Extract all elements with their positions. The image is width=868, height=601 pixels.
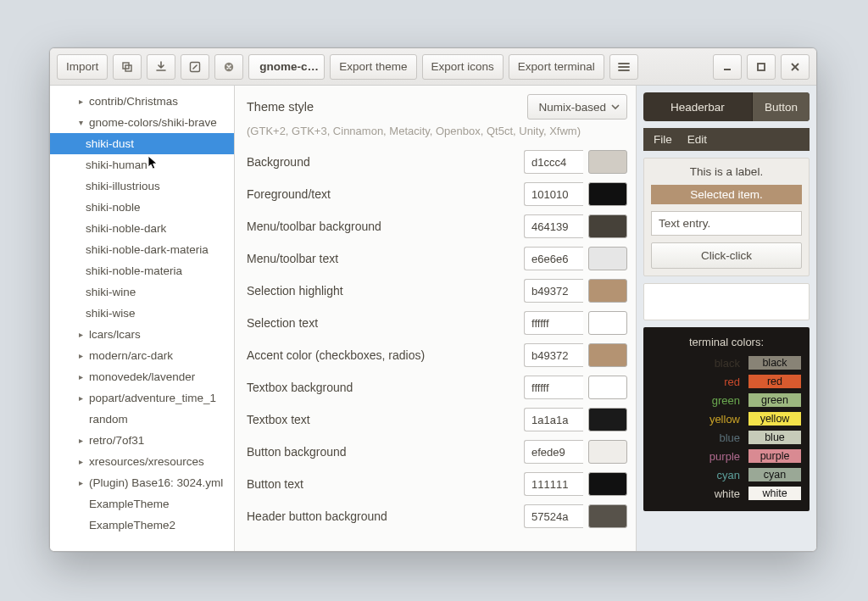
theme-properties-panel: Theme style Numix-based (GTK+2, GTK+3, C… bbox=[235, 86, 637, 551]
tree-item[interactable]: ExampleTheme bbox=[50, 493, 234, 515]
tree-item[interactable]: shiki-noble-materia bbox=[50, 260, 234, 281]
preview-headerbar-button[interactable]: Button bbox=[752, 92, 810, 121]
window-close-button[interactable] bbox=[781, 54, 810, 80]
color-hex-input[interactable] bbox=[524, 214, 583, 238]
preview-headerbar: Headerbar Button bbox=[643, 92, 810, 121]
preview-terminal-title: terminal colors: bbox=[652, 336, 801, 348]
color-property-row: Button background bbox=[247, 436, 627, 468]
tree-item[interactable]: shiki-wine bbox=[50, 281, 234, 303]
terminal-color-row: blackblack bbox=[652, 353, 801, 372]
preset-tree[interactable]: ▸contrib/Christmas▾gnome-colors/shiki-br… bbox=[50, 86, 235, 551]
tree-item-label: random bbox=[89, 413, 128, 426]
color-hex-input[interactable] bbox=[524, 408, 583, 431]
tree-item[interactable]: ExampleTheme2 bbox=[50, 515, 234, 536]
theme-style-select[interactable]: Numix-based bbox=[527, 94, 627, 120]
theme-style-title: Theme style bbox=[247, 100, 314, 114]
color-swatch-button[interactable] bbox=[588, 214, 627, 238]
tree-item[interactable]: shiki-illustrious bbox=[50, 175, 234, 197]
tree-item[interactable]: shiki-wise bbox=[50, 303, 234, 324]
terminal-color-name: green bbox=[689, 394, 740, 407]
color-hex-input[interactable] bbox=[524, 311, 583, 335]
tree-item[interactable]: random bbox=[50, 409, 234, 430]
color-hex-input[interactable] bbox=[524, 504, 583, 528]
color-swatch-button[interactable] bbox=[588, 150, 627, 174]
color-swatch-button[interactable] bbox=[588, 311, 627, 335]
preview-menu-file[interactable]: File bbox=[654, 133, 672, 146]
color-swatch-button[interactable] bbox=[588, 343, 627, 367]
tree-item[interactable]: ▸retro/7of31 bbox=[50, 430, 234, 451]
caret-right-icon: ▸ bbox=[75, 330, 86, 339]
color-hex-input[interactable] bbox=[524, 440, 583, 464]
tree-item[interactable]: shiki-noble bbox=[50, 197, 234, 218]
window-maximize-button[interactable] bbox=[747, 54, 776, 80]
tree-item[interactable]: ▸xresources/xresources bbox=[50, 451, 234, 472]
tree-item[interactable]: ▸popart/adventure_time_1 bbox=[50, 387, 234, 409]
color-swatch-button[interactable] bbox=[588, 504, 627, 528]
color-hex-input[interactable] bbox=[524, 182, 583, 206]
terminal-color-row: redred bbox=[652, 372, 801, 391]
current-preset-tab[interactable]: gnome-c… bbox=[248, 54, 325, 80]
preview-panel: Headerbar Button File Edit This is a lab… bbox=[637, 86, 816, 551]
tree-item[interactable]: shiki-noble-dark-materia bbox=[50, 239, 234, 260]
export-terminal-button[interactable]: Export terminal bbox=[509, 54, 604, 80]
color-swatch-button[interactable] bbox=[588, 247, 627, 270]
color-hex-input[interactable] bbox=[524, 247, 583, 270]
export-icons-button[interactable]: Export icons bbox=[422, 54, 504, 80]
window-minimize-button[interactable] bbox=[713, 54, 742, 80]
import-button[interactable]: Import bbox=[57, 54, 108, 80]
tree-item-label: contrib/Christmas bbox=[89, 95, 178, 108]
tree-item[interactable]: ▸contrib/Christmas bbox=[50, 91, 234, 112]
tree-item-label: shiki-wise bbox=[86, 307, 136, 320]
color-swatch-button[interactable] bbox=[588, 279, 627, 303]
minimize-icon bbox=[722, 62, 732, 72]
color-swatch-button[interactable] bbox=[588, 376, 627, 399]
tree-item[interactable]: ▸(Plugin) Base16: 3024.yml bbox=[50, 472, 234, 493]
color-hex-input[interactable] bbox=[524, 279, 583, 303]
color-property-row: Accent color (checkboxes, radios) bbox=[247, 339, 627, 371]
color-swatch-button[interactable] bbox=[588, 182, 627, 206]
preview-selected-item: Selected item. bbox=[651, 185, 802, 204]
tree-item[interactable]: ▸monovedek/lavender bbox=[50, 366, 234, 387]
color-hex-input[interactable] bbox=[524, 472, 583, 496]
svg-rect-4 bbox=[758, 64, 765, 70]
tree-item-label: shiki-noble-dark bbox=[86, 222, 166, 235]
tree-item[interactable]: ▸lcars/lcars bbox=[50, 324, 234, 345]
preview-menu-edit[interactable]: Edit bbox=[687, 133, 707, 146]
save-icon-button[interactable] bbox=[147, 54, 175, 80]
color-hex-input[interactable] bbox=[524, 150, 583, 174]
maximize-icon bbox=[756, 62, 766, 72]
terminal-color-chip: purple bbox=[748, 449, 801, 463]
edit-icon-button[interactable] bbox=[181, 54, 209, 80]
tree-item[interactable]: shiki-noble-dark bbox=[50, 218, 234, 239]
color-hex-input[interactable] bbox=[524, 343, 583, 367]
color-hex-input[interactable] bbox=[524, 376, 583, 399]
color-property-label: Button text bbox=[247, 477, 524, 491]
tree-item[interactable]: ▾gnome-colors/shiki-brave bbox=[50, 112, 234, 133]
tree-item[interactable]: shiki-human bbox=[50, 154, 234, 175]
color-swatch-button[interactable] bbox=[588, 472, 627, 496]
export-theme-button[interactable]: Export theme bbox=[330, 54, 416, 80]
hamburger-menu-button[interactable] bbox=[609, 54, 638, 80]
tree-item[interactable]: ▸modern/arc-dark bbox=[50, 345, 234, 366]
delete-icon-button[interactable] bbox=[214, 54, 243, 80]
preview-button[interactable]: Click-click bbox=[651, 242, 802, 269]
terminal-color-row: cyancyan bbox=[652, 465, 801, 484]
color-property-label: Accent color (checkboxes, radios) bbox=[247, 348, 524, 362]
color-swatch-button[interactable] bbox=[588, 440, 627, 464]
preview-menubar: File Edit bbox=[643, 128, 810, 151]
caret-right-icon: ▸ bbox=[75, 436, 86, 445]
caret-down-icon: ▾ bbox=[75, 118, 86, 127]
tree-item-label: shiki-human bbox=[86, 159, 147, 171]
terminal-color-chip: blue bbox=[748, 431, 801, 444]
tree-item-label: shiki-dust bbox=[86, 137, 134, 150]
color-swatch-button[interactable] bbox=[588, 408, 627, 431]
terminal-color-row: greengreen bbox=[652, 391, 801, 409]
color-property-label: Menu/toolbar background bbox=[247, 220, 524, 233]
duplicate-icon-button[interactable] bbox=[113, 54, 142, 80]
preview-white-box bbox=[643, 283, 810, 320]
preview-text-entry[interactable]: Text entry. bbox=[651, 211, 802, 236]
terminal-color-chip: black bbox=[748, 356, 801, 370]
theme-style-subtitle: (GTK+2, GTK+3, Cinnamon, Metacity, Openb… bbox=[247, 125, 627, 137]
tree-item-label: shiki-noble-dark-materia bbox=[86, 243, 209, 256]
tree-item[interactable]: shiki-dust bbox=[50, 133, 234, 154]
